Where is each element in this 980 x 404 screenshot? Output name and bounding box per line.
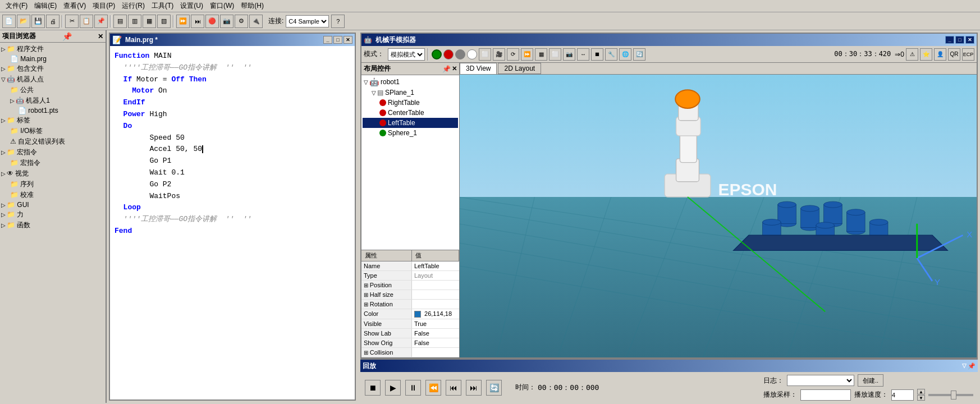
robot-btn-b4[interactable]: ⏩	[521, 48, 533, 61]
pb-prev-btn[interactable]: ⏮	[446, 380, 461, 396]
robot-btn-b3[interactable]: ⟳	[507, 48, 519, 61]
toolbar-b7[interactable]: 🔴	[205, 15, 219, 28]
speed-stepper[interactable]: ▲ ▼	[917, 389, 925, 401]
robot-btn-b6[interactable]: ⬜	[549, 48, 561, 61]
robot-btn-green[interactable]	[432, 49, 442, 59]
robot-btn-warn[interactable]: ⚠	[906, 48, 918, 61]
pb-play-btn[interactable]: ▶	[385, 380, 401, 396]
prop-halfsize[interactable]: Half size	[361, 290, 459, 300]
prop-key-halfsize[interactable]: Half size	[361, 290, 412, 299]
toolbar-open[interactable]: 📂	[17, 15, 30, 28]
toolbar-b2[interactable]: ▥	[128, 15, 141, 28]
sidebar-item-vision[interactable]: ▷ 👁 视觉	[1, 168, 104, 179]
toolbar-b10[interactable]: 🔌	[249, 15, 263, 28]
tab-3dview[interactable]: 3D View	[460, 63, 497, 74]
log-select[interactable]	[787, 375, 854, 386]
sidebar-item-robot1[interactable]: ▷ 🤖 机器人1	[1, 95, 104, 106]
pb-rewind-btn[interactable]: ⏪	[425, 380, 441, 396]
editor-close[interactable]: ✕	[344, 36, 352, 44]
sidebar-pin[interactable]: 📌	[62, 32, 72, 41]
robot-btn-b1[interactable]: ⬜	[479, 48, 491, 61]
speed-up[interactable]: ▲	[917, 389, 925, 394]
toolbar-print[interactable]: 🖨	[46, 15, 59, 28]
tree-splane1[interactable]: ▽ ▤ SPlane_1	[363, 88, 458, 98]
sidebar-item-robotpts[interactable]: ▽ 🤖 机器人点	[1, 74, 104, 85]
pb-slider[interactable]	[928, 394, 973, 396]
prop-key-position[interactable]: Position	[361, 281, 412, 290]
menu-help[interactable]: 帮助(H)	[237, 0, 267, 12]
tab-2dlayout[interactable]: 2D Layout	[498, 63, 541, 74]
pb-stop-btn[interactable]: ⏹	[365, 380, 381, 396]
mode-select[interactable]: 模拟模式	[388, 48, 425, 61]
sidebar-item-includes[interactable]: ▷ 📁 包含文件	[1, 63, 104, 74]
project-select[interactable]: C4 Sample	[286, 15, 329, 27]
toolbar-b5[interactable]: ⏩	[176, 15, 190, 28]
robot-maximize[interactable]: □	[955, 36, 964, 44]
speed-down[interactable]: ▼	[917, 395, 925, 401]
sidebar-item-programs[interactable]: ▷ 📁 程序文件	[1, 44, 104, 54]
3d-viewport[interactable]: EPSON	[460, 75, 977, 357]
menu-view[interactable]: 查看(V)	[60, 0, 89, 12]
toolbar-b6[interactable]: ⏭	[191, 15, 204, 28]
sidebar-item-seq[interactable]: 📁 序列	[1, 179, 104, 190]
expand-splane1[interactable]: ▽	[372, 90, 376, 96]
tree-righttable[interactable]: RightTable	[363, 98, 458, 108]
sidebar-item-robot1pts[interactable]: 📄 robot1.pts	[1, 106, 104, 115]
robot-btn-b12[interactable]: 🔄	[633, 48, 645, 61]
sidebar-item-gui[interactable]: ▷ 📁 GUI	[1, 200, 104, 209]
sample-input[interactable]	[800, 389, 851, 401]
toolbar-paste[interactable]: 📌	[94, 15, 108, 28]
speed-input[interactable]	[891, 389, 914, 401]
menu-file[interactable]: 文件(F)	[2, 0, 31, 12]
toolbar-b3[interactable]: ▦	[143, 15, 156, 28]
sidebar-item-mainprg[interactable]: 📄 Main.prg	[1, 54, 104, 63]
menu-edit[interactable]: 编辑(E)	[31, 0, 60, 12]
toolbar-cut[interactable]: ✂	[65, 15, 79, 28]
layout-close-icon[interactable]: ✕	[452, 65, 457, 73]
robot-btn-b2[interactable]: 🎥	[493, 48, 505, 61]
menu-project[interactable]: 项目(P)	[89, 0, 118, 12]
toolbar-b8[interactable]: 📷	[220, 15, 233, 28]
robot-btn-person[interactable]: 👤	[934, 48, 946, 61]
sidebar-item-io[interactable]: 📁 I/O标签	[1, 126, 104, 136]
tree-sphere1[interactable]: Sphere_1	[363, 128, 458, 138]
tree-robot1[interactable]: ▽ 🤖 robot1	[363, 76, 458, 88]
robot-btn-b10[interactable]: 🔧	[605, 48, 617, 61]
pb-slider-thumb[interactable]	[951, 391, 956, 400]
sidebar-close[interactable]: ✕	[98, 33, 103, 40]
sidebar-item-calibrate[interactable]: 📁 校准	[1, 190, 104, 200]
toolbar-copy[interactable]: 📋	[80, 15, 93, 28]
robot-btn-b11[interactable]: 🌐	[619, 48, 631, 61]
editor-minimize[interactable]: _	[323, 36, 332, 44]
editor-maximize[interactable]: □	[333, 36, 342, 44]
robot-btn-red[interactable]	[443, 49, 454, 59]
pb-next-btn[interactable]: ⏭	[466, 380, 482, 396]
expand-robot1[interactable]: ▽	[364, 79, 368, 85]
menu-window[interactable]: 窗口(W)	[207, 0, 237, 12]
sidebar-item-common[interactable]: 📁 公共	[1, 85, 104, 95]
prop-position[interactable]: Position	[361, 281, 459, 290]
playback-collapse[interactable]: ▽	[962, 362, 967, 370]
menu-run[interactable]: 运行(R)	[118, 0, 148, 12]
prop-collision[interactable]: Collision	[361, 348, 459, 357]
sidebar-item-errlist[interactable]: ⚠ 自定义错误列表	[1, 136, 104, 147]
robot-btn-qr[interactable]: QR	[948, 48, 960, 61]
sidebar-item-func[interactable]: ▷ 📁 函数	[1, 220, 104, 231]
sidebar-item-force[interactable]: ▷ 📁 力	[1, 209, 104, 220]
sidebar-item-labels[interactable]: ▷ 📁 标签	[1, 115, 104, 126]
toolbar-save[interactable]: 💾	[31, 15, 45, 28]
layout-pin-icon[interactable]: 📌	[442, 65, 451, 73]
menu-settings[interactable]: 设置(U)	[177, 0, 207, 12]
robot-btn-b7[interactable]: 📷	[563, 48, 575, 61]
playback-pin[interactable]: 📌	[968, 362, 976, 370]
sidebar-item-macro[interactable]: ▷ 📁 宏指令	[1, 147, 104, 158]
robot-btn-white[interactable]	[467, 49, 477, 59]
robot-btn-star[interactable]: ⭐	[920, 48, 932, 61]
menu-tools[interactable]: 工具(T)	[148, 0, 177, 12]
prop-key-rotation[interactable]: Rotation	[361, 300, 412, 309]
robot-btn-b5[interactable]: ▦	[535, 48, 547, 61]
robot-btn-b8[interactable]: ↔	[577, 48, 589, 61]
robot-btn-b9[interactable]: ⏹	[591, 48, 603, 61]
pb-loop-btn[interactable]: 🔄	[486, 380, 502, 396]
robot-minimize[interactable]: _	[945, 36, 954, 44]
